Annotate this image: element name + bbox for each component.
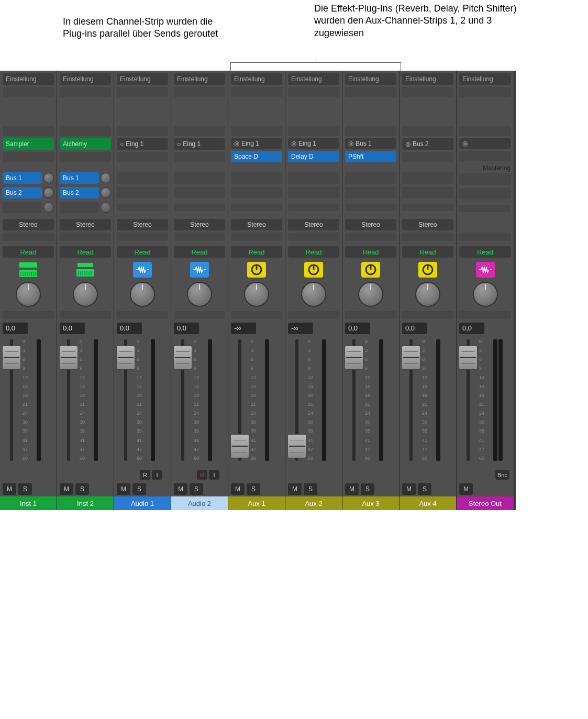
setting-button[interactable]: Einstellung <box>117 73 168 85</box>
fader-cap[interactable] <box>345 346 363 370</box>
channel-name[interactable]: Aux 3 <box>342 496 399 510</box>
output-slot[interactable]: Stereo <box>288 219 339 230</box>
send-slot-3[interactable] <box>117 204 168 211</box>
fader-cap[interactable] <box>59 346 78 370</box>
input-slot[interactable]: ○Eing 1 <box>174 138 225 150</box>
eq-slot[interactable] <box>402 87 453 97</box>
track-type-icon[interactable] <box>304 262 323 278</box>
midifx-slot[interactable] <box>459 126 511 136</box>
midifx-slot[interactable] <box>288 126 339 136</box>
solo-button[interactable]: S <box>304 483 317 495</box>
eq-slot[interactable] <box>60 87 111 97</box>
channel-name[interactable]: Audio 1 <box>114 496 171 510</box>
send-slot-3[interactable] <box>345 204 396 211</box>
setting-button[interactable]: Einstellung <box>3 73 54 85</box>
midifx-slot[interactable] <box>345 126 396 136</box>
channel-name[interactable]: Aux 1 <box>228 496 285 510</box>
channel-name[interactable]: Inst 1 <box>0 496 57 510</box>
output-slot[interactable]: Stereo <box>3 219 54 230</box>
track-type-icon[interactable] <box>190 262 209 278</box>
automation-mode-button[interactable]: Read <box>288 246 339 258</box>
fader-track[interactable] <box>59 339 78 468</box>
fader-track[interactable] <box>230 339 249 468</box>
group-slot[interactable] <box>3 233 54 241</box>
mute-button[interactable]: M <box>117 483 130 495</box>
group-slot[interactable] <box>60 233 111 241</box>
send-slot-3[interactable] <box>60 202 99 213</box>
automation-mode-button[interactable]: Read <box>345 246 396 258</box>
instrument-slot[interactable]: Sampler <box>3 138 54 150</box>
bounce-button[interactable]: Bnc <box>495 470 509 480</box>
setting-button[interactable]: Einstellung <box>288 73 339 85</box>
instrument-slot[interactable]: Alchemy <box>60 138 111 150</box>
send-knob-2[interactable] <box>43 187 54 198</box>
send-knob-2[interactable] <box>101 187 111 198</box>
input-monitor-button[interactable]: I <box>209 470 219 480</box>
mute-button[interactable]: M <box>345 483 359 495</box>
solo-button[interactable]: S <box>247 483 260 495</box>
group-slot[interactable] <box>402 233 453 241</box>
group-slot[interactable] <box>174 233 225 241</box>
group-slot[interactable] <box>459 233 511 241</box>
eq-slot[interactable] <box>231 87 282 97</box>
automation-mode-button[interactable]: Read <box>231 246 282 258</box>
solo-button[interactable]: S <box>190 483 203 495</box>
send-slot-2[interactable] <box>174 187 225 198</box>
pan-knob[interactable] <box>244 282 269 307</box>
audiofx-slot[interactable] <box>60 152 111 162</box>
input-slot[interactable]: ◎ <box>459 138 511 149</box>
output-slot[interactable]: Stereo <box>231 219 282 230</box>
automation-mode-button[interactable]: Read <box>60 246 111 258</box>
eq-slot[interactable] <box>345 87 396 97</box>
fader-cap[interactable] <box>287 434 306 458</box>
midifx-slot[interactable] <box>231 126 282 136</box>
fader-cap[interactable] <box>402 346 420 370</box>
mute-button[interactable]: M <box>231 483 245 495</box>
solo-button[interactable]: S <box>18 483 32 495</box>
pan-knob[interactable] <box>473 282 498 307</box>
send-slot-2[interactable]: Bus 2 <box>60 187 99 198</box>
input-slot[interactable]: ◎Eing 1 <box>231 138 282 149</box>
midifx-slot[interactable] <box>3 126 54 136</box>
fader-cap[interactable] <box>173 346 192 370</box>
track-type-icon[interactable] <box>476 262 495 278</box>
send-knob-1[interactable] <box>43 173 54 183</box>
group-slot[interactable] <box>345 233 396 241</box>
setting-button[interactable]: Einstellung <box>402 73 453 85</box>
record-enable-button[interactable]: R <box>140 470 150 480</box>
setting-button[interactable]: Einstellung <box>174 73 225 85</box>
mute-button[interactable]: M <box>402 483 416 495</box>
pan-knob[interactable] <box>358 282 383 307</box>
record-enable-button[interactable]: R <box>197 470 207 480</box>
input-monitor-button[interactable]: I <box>152 470 162 480</box>
solo-button[interactable]: S <box>75 483 89 495</box>
solo-button[interactable]: S <box>418 483 431 495</box>
send-slot-2[interactable] <box>402 187 453 198</box>
setting-button[interactable]: Einstellung <box>345 73 396 85</box>
automation-mode-button[interactable]: Read <box>117 246 168 258</box>
send-slot-3[interactable] <box>402 204 453 211</box>
pan-knob[interactable] <box>187 282 212 307</box>
plugin-slot[interactable]: Delay D <box>288 151 339 162</box>
mute-button[interactable]: M <box>288 483 302 495</box>
track-type-icon[interactable] <box>76 262 95 278</box>
send-slot-1[interactable] <box>231 172 282 184</box>
send-slot-2[interactable] <box>117 187 168 198</box>
fader-cap[interactable] <box>116 346 135 370</box>
setting-button[interactable]: Einstellung <box>60 73 111 85</box>
send-slot-2[interactable]: Bus 2 <box>3 187 42 198</box>
audiofx-slot[interactable] <box>3 152 54 162</box>
midifx-slot[interactable] <box>60 126 111 136</box>
mute-button[interactable]: M <box>3 483 16 495</box>
send-slot-1[interactable] <box>459 173 511 185</box>
audiofx-slot[interactable] <box>459 151 511 161</box>
output-slot[interactable]: Stereo <box>174 219 225 230</box>
send-slot-1[interactable]: Bus 1 <box>60 172 99 184</box>
automation-mode-button[interactable]: Read <box>459 246 511 258</box>
send-slot-2[interactable] <box>345 187 396 198</box>
fader-track[interactable] <box>345 339 363 468</box>
send-slot-2[interactable] <box>288 187 339 198</box>
automation-mode-button[interactable]: Read <box>402 246 453 258</box>
send-slot-3[interactable] <box>231 204 282 211</box>
send-slot-1[interactable] <box>174 172 225 184</box>
